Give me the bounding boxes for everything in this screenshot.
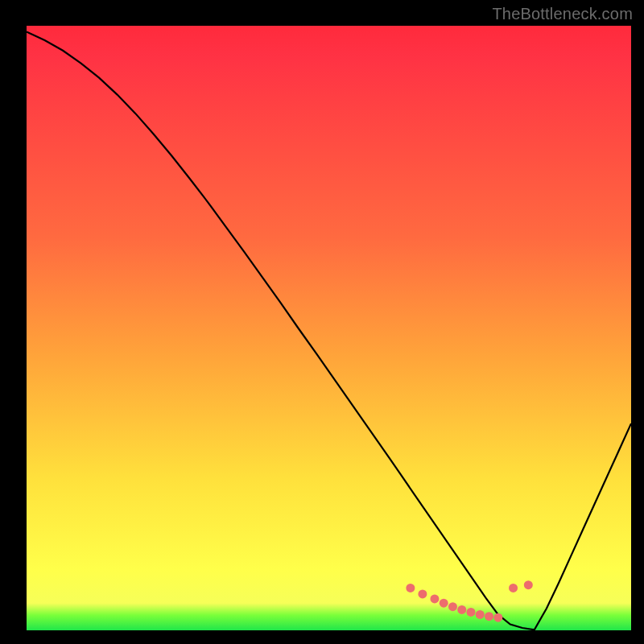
plot-background: [27, 26, 631, 630]
chart-container: TheBottleneck.com: [0, 0, 644, 644]
chart-svg: [0, 0, 644, 644]
marker-point: [457, 605, 466, 614]
marker-point: [466, 608, 475, 617]
marker-point: [448, 602, 457, 611]
marker-point: [430, 594, 439, 603]
marker-point: [493, 613, 502, 622]
marker-point: [485, 612, 493, 621]
marker-point: [418, 589, 427, 598]
marker-point: [440, 599, 448, 608]
watermark-text: TheBottleneck.com: [492, 5, 633, 23]
marker-point: [406, 584, 415, 592]
marker-point: [476, 610, 485, 619]
marker-point: [524, 580, 533, 589]
marker-point: [509, 584, 518, 592]
